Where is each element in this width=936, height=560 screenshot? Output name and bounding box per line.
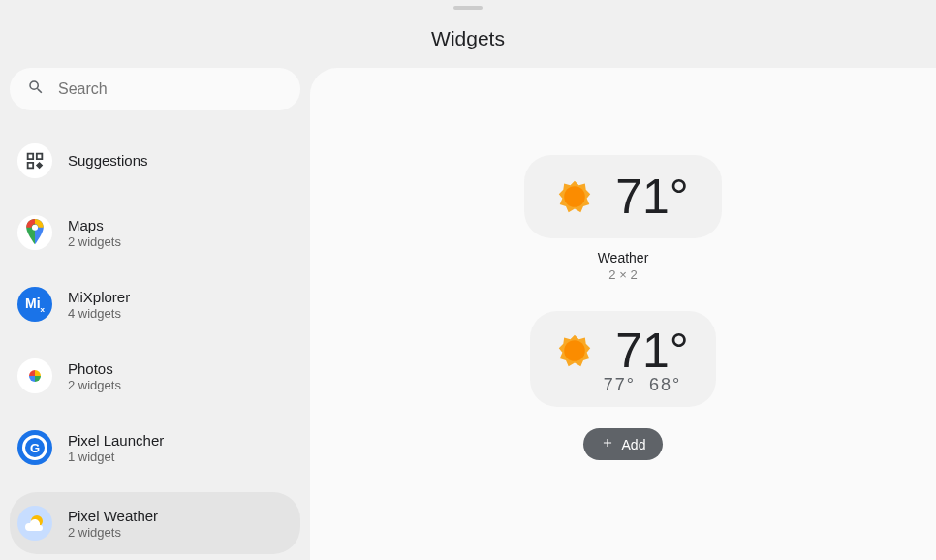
widget-preview-small[interactable]: 71°: [524, 155, 722, 238]
pixel-launcher-icon: G: [17, 430, 52, 465]
sidebar-item-pixel-launcher[interactable]: G Pixel Launcher 1 widget: [10, 420, 300, 475]
mixplorer-icon: Mix: [17, 287, 52, 322]
svg-point-5: [564, 340, 585, 361]
sidebar-item-suggestions[interactable]: Suggestions: [10, 134, 300, 188]
drag-handle[interactable]: [453, 6, 483, 10]
sidebar-item-label: MiXplorer: [68, 288, 130, 307]
widget-name: Weather: [598, 250, 649, 265]
maps-icon: [17, 215, 52, 250]
search-field[interactable]: [10, 68, 300, 110]
temperature-value: 71°: [615, 169, 689, 225]
search-input[interactable]: [58, 80, 283, 98]
plus-icon: [601, 436, 622, 452]
add-widget-button[interactable]: Add: [583, 428, 664, 460]
pixel-weather-icon: [17, 506, 52, 541]
svg-point-3: [564, 186, 585, 207]
sidebar-item-label: Pixel Weather: [68, 507, 158, 526]
page-title: Widgets: [431, 27, 505, 50]
high-low-row: 77° 68°: [565, 375, 681, 395]
widgets-grid-icon: [17, 143, 52, 178]
sidebar-item-mixplorer[interactable]: Mix MiXplorer 4 widgets: [10, 277, 300, 331]
sidebar-item-sub: 2 widgets: [68, 234, 121, 249]
sidebar-item-label: Maps: [68, 216, 121, 235]
svg-point-0: [32, 225, 38, 231]
sidebar-item-photos[interactable]: Photos 2 widgets: [10, 349, 300, 403]
sidebar-item-sub: 2 widgets: [68, 525, 158, 540]
sidebar-item-label: Photos: [68, 359, 121, 379]
sidebar-item-sub: 4 widgets: [68, 306, 130, 321]
sidebar-item-label: Suggestions: [68, 151, 148, 171]
add-button-label: Add: [622, 437, 646, 452]
sidebar-item-sub: 2 widgets: [68, 378, 121, 392]
sidebar-item-label: Pixel Launcher: [68, 431, 164, 451]
widget-preview-panel: 71° Weather 2 × 2 71° 77° 68° Add: [310, 68, 936, 560]
sun-icon: [557, 179, 592, 214]
temperature-value: 71°: [615, 323, 689, 379]
search-icon: [27, 78, 58, 100]
sun-icon: [557, 333, 592, 368]
sidebar-item-pixel-weather[interactable]: Pixel Weather 2 widgets: [10, 492, 300, 554]
widget-dimensions: 2 × 2: [608, 267, 637, 282]
sidebar: Suggestions Maps 2 widgets Mix MiXplorer…: [0, 68, 310, 560]
sidebar-item-maps[interactable]: Maps 2 widgets: [10, 205, 300, 260]
widget-preview-large[interactable]: 71° 77° 68°: [530, 311, 716, 407]
high-temp: 77°: [604, 375, 636, 394]
photos-icon: [17, 358, 52, 393]
low-temp: 68°: [649, 375, 681, 394]
sidebar-item-sub: 1 widget: [68, 450, 164, 464]
